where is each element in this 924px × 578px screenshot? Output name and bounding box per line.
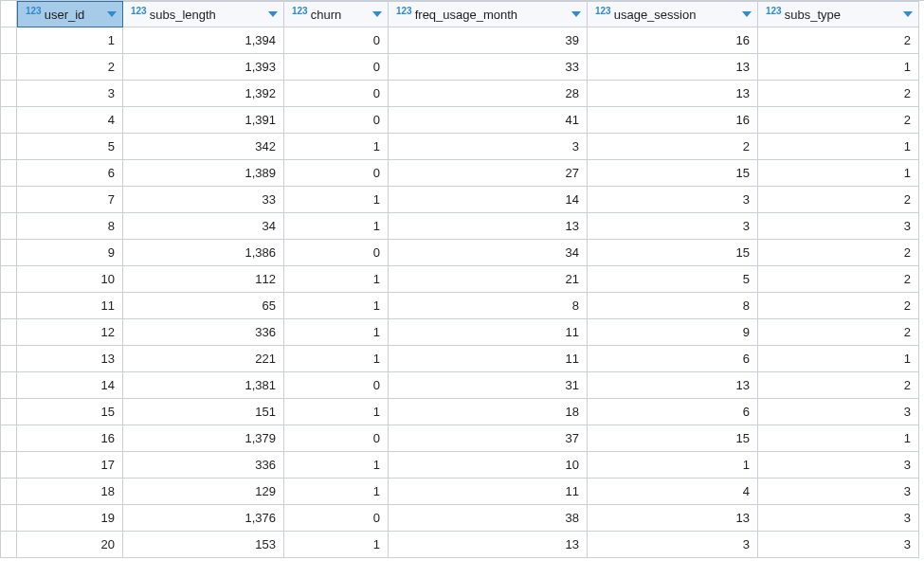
cell-freq_usage_month[interactable]: 21	[389, 266, 588, 293]
cell-user_id[interactable]: 7	[17, 187, 123, 213]
cell-subs_type[interactable]: 2	[758, 240, 919, 266]
row-gutter[interactable]	[0, 346, 17, 372]
cell-freq_usage_month[interactable]: 13	[389, 532, 588, 558]
cell-usage_session[interactable]: 3	[588, 213, 758, 240]
cell-subs_length[interactable]: 33	[123, 187, 284, 213]
cell-usage_session[interactable]: 15	[588, 425, 758, 452]
cell-freq_usage_month[interactable]: 11	[389, 319, 588, 346]
row-gutter[interactable]	[0, 27, 17, 54]
cell-freq_usage_month[interactable]: 3	[389, 134, 588, 160]
data-table[interactable]: 123 user_id 123 subs_length 123 churn 12…	[0, 0, 924, 558]
cell-usage_session[interactable]: 2	[588, 134, 758, 160]
cell-usage_session[interactable]: 5	[588, 266, 758, 293]
row-gutter[interactable]	[0, 266, 17, 293]
cell-churn[interactable]: 1	[284, 187, 389, 213]
cell-subs_length[interactable]: 151	[123, 399, 284, 425]
cell-subs_length[interactable]: 65	[123, 293, 284, 319]
cell-churn[interactable]: 1	[284, 213, 389, 240]
cell-usage_session[interactable]: 6	[588, 399, 758, 425]
cell-churn[interactable]: 1	[284, 399, 389, 425]
cell-user_id[interactable]: 19	[17, 505, 123, 532]
cell-usage_session[interactable]: 3	[588, 187, 758, 213]
cell-subs_type[interactable]: 2	[758, 372, 919, 399]
cell-churn[interactable]: 0	[284, 27, 389, 54]
cell-subs_length[interactable]: 129	[123, 479, 284, 505]
cell-churn[interactable]: 1	[284, 452, 389, 479]
cell-churn[interactable]: 0	[284, 160, 389, 187]
row-gutter[interactable]	[0, 54, 17, 81]
cell-subs_length[interactable]: 1,391	[123, 107, 284, 134]
cell-churn[interactable]: 0	[284, 372, 389, 399]
cell-subs_type[interactable]: 3	[758, 532, 919, 558]
column-header-user-id[interactable]: 123 user_id	[17, 1, 123, 27]
row-gutter[interactable]	[0, 187, 17, 213]
row-gutter[interactable]	[0, 293, 17, 319]
cell-subs_type[interactable]: 1	[758, 346, 919, 372]
cell-usage_session[interactable]: 13	[588, 81, 758, 107]
cell-freq_usage_month[interactable]: 11	[389, 346, 588, 372]
cell-subs_length[interactable]: 34	[123, 213, 284, 240]
cell-usage_session[interactable]: 16	[588, 27, 758, 54]
cell-user_id[interactable]: 13	[17, 346, 123, 372]
cell-freq_usage_month[interactable]: 18	[389, 399, 588, 425]
cell-user_id[interactable]: 20	[17, 532, 123, 558]
row-gutter[interactable]	[0, 134, 17, 160]
cell-freq_usage_month[interactable]: 37	[389, 425, 588, 452]
cell-churn[interactable]: 1	[284, 293, 389, 319]
row-gutter[interactable]	[0, 213, 17, 240]
cell-user_id[interactable]: 1	[17, 27, 123, 54]
cell-freq_usage_month[interactable]: 34	[389, 240, 588, 266]
cell-subs_type[interactable]: 1	[758, 425, 919, 452]
cell-churn[interactable]: 0	[284, 81, 389, 107]
column-header-churn[interactable]: 123 churn	[284, 1, 389, 27]
cell-user_id[interactable]: 10	[17, 266, 123, 293]
cell-usage_session[interactable]: 9	[588, 319, 758, 346]
cell-subs_length[interactable]: 1,379	[123, 425, 284, 452]
cell-freq_usage_month[interactable]: 38	[389, 505, 588, 532]
cell-user_id[interactable]: 11	[17, 293, 123, 319]
cell-user_id[interactable]: 18	[17, 479, 123, 505]
cell-churn[interactable]: 0	[284, 505, 389, 532]
cell-churn[interactable]: 0	[284, 425, 389, 452]
cell-subs_length[interactable]: 112	[123, 266, 284, 293]
cell-freq_usage_month[interactable]: 14	[389, 187, 588, 213]
dropdown-icon[interactable]	[268, 11, 278, 17]
row-gutter[interactable]	[0, 532, 17, 558]
row-gutter[interactable]	[0, 505, 17, 532]
cell-subs_length[interactable]: 153	[123, 532, 284, 558]
cell-subs_length[interactable]: 1,394	[123, 27, 284, 54]
cell-freq_usage_month[interactable]: 28	[389, 81, 588, 107]
cell-subs_type[interactable]: 1	[758, 54, 919, 81]
column-header-subs-type[interactable]: 123 subs_type	[758, 1, 919, 27]
cell-churn[interactable]: 1	[284, 134, 389, 160]
cell-subs_type[interactable]: 1	[758, 160, 919, 187]
dropdown-icon[interactable]	[107, 11, 117, 17]
cell-user_id[interactable]: 15	[17, 399, 123, 425]
dropdown-icon[interactable]	[742, 11, 752, 17]
row-gutter[interactable]	[0, 399, 17, 425]
cell-churn[interactable]: 0	[284, 107, 389, 134]
cell-freq_usage_month[interactable]: 10	[389, 452, 588, 479]
cell-churn[interactable]: 1	[284, 319, 389, 346]
cell-subs_type[interactable]: 3	[758, 399, 919, 425]
column-header-freq-usage-month[interactable]: 123 freq_usage_month	[389, 1, 588, 27]
row-gutter[interactable]	[0, 479, 17, 505]
cell-subs_type[interactable]: 3	[758, 479, 919, 505]
cell-subs_length[interactable]: 1,389	[123, 160, 284, 187]
cell-subs_type[interactable]: 2	[758, 319, 919, 346]
column-header-subs-length[interactable]: 123 subs_length	[123, 1, 284, 27]
cell-user_id[interactable]: 4	[17, 107, 123, 134]
cell-churn[interactable]: 1	[284, 346, 389, 372]
cell-freq_usage_month[interactable]: 8	[389, 293, 588, 319]
cell-user_id[interactable]: 3	[17, 81, 123, 107]
cell-subs_length[interactable]: 1,376	[123, 505, 284, 532]
cell-usage_session[interactable]: 1	[588, 452, 758, 479]
cell-subs_type[interactable]: 2	[758, 266, 919, 293]
cell-freq_usage_month[interactable]: 33	[389, 54, 588, 81]
cell-subs_type[interactable]: 3	[758, 505, 919, 532]
cell-usage_session[interactable]: 6	[588, 346, 758, 372]
cell-freq_usage_month[interactable]: 11	[389, 479, 588, 505]
cell-subs_type[interactable]: 2	[758, 81, 919, 107]
cell-user_id[interactable]: 12	[17, 319, 123, 346]
dropdown-icon[interactable]	[903, 11, 913, 17]
